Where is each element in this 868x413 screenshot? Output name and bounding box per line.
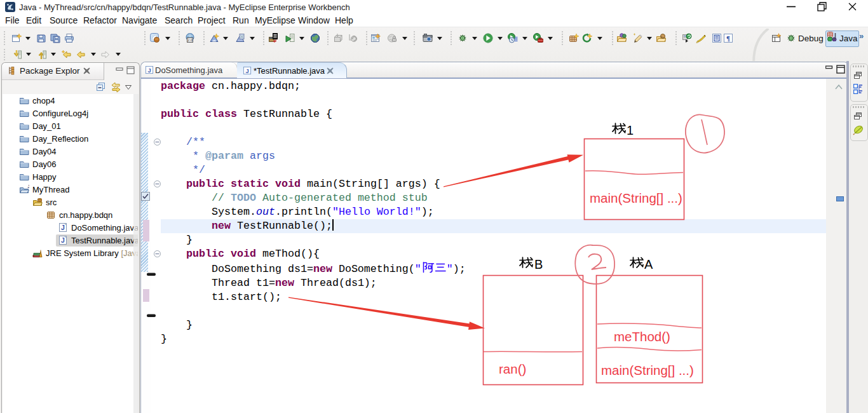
svg-text:J: J [147,67,151,74]
svg-text:J: J [61,224,65,231]
svg-text:2.0: 2.0 [187,38,193,42]
svg-text:J: J [27,184,29,189]
svg-text:J: J [245,68,248,74]
svg-text:¶: ¶ [726,34,730,42]
svg-text:J: J [61,236,65,244]
